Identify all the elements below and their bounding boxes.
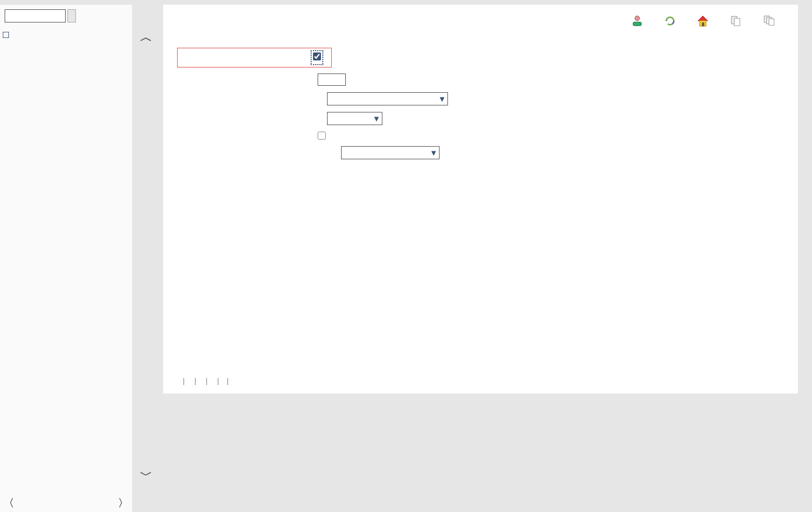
- row-01-ars-service: [177, 48, 332, 67]
- copy-button[interactable]: [722, 14, 749, 29]
- content-card: | | | | |: [163, 5, 798, 393]
- hscroll-left-icon[interactable]: 〈: [4, 498, 14, 508]
- nav-tree: [0, 27, 132, 495]
- copy-icon: [728, 14, 744, 28]
- settings-form: [177, 48, 784, 163]
- apply-icon: [629, 14, 645, 28]
- svg-rect-1: [633, 22, 641, 26]
- row-07-froute-cos: [177, 143, 784, 163]
- toolbar: [624, 14, 784, 29]
- svg-point-0: [635, 16, 640, 21]
- copy-group-icon: [761, 14, 777, 28]
- tree-scroll-up-icon[interactable]: ︿: [140, 31, 152, 43]
- refresh-icon: [662, 14, 678, 28]
- home-button[interactable]: [689, 14, 716, 29]
- row-03-incorrect-dial: [177, 89, 784, 109]
- refresh-button[interactable]: [656, 14, 684, 29]
- collapse-icon[interactable]: [3, 32, 9, 38]
- home-icon: [695, 14, 711, 28]
- status-bar: | | | | |: [177, 377, 231, 386]
- svg-rect-8: [769, 19, 774, 25]
- row-04-lcr-mode: [177, 109, 784, 128]
- svg-rect-3: [702, 22, 704, 26]
- tree-scroll-down-icon[interactable]: ﹀: [140, 469, 152, 481]
- row-06-cos-match: [177, 128, 784, 143]
- search-input[interactable]: [5, 9, 66, 22]
- search-go-button[interactable]: [67, 9, 76, 22]
- froute-cos-select[interactable]: [341, 146, 440, 159]
- row-02-interdigit-time: [177, 70, 784, 89]
- hscroll-right-icon[interactable]: 〉: [118, 498, 128, 508]
- apply-button[interactable]: [624, 14, 651, 29]
- cos-match-checkbox[interactable]: [318, 132, 326, 140]
- incorrect-dial-select[interactable]: [327, 92, 448, 105]
- ars-service-checkbox[interactable]: [313, 52, 321, 60]
- search-bar: [0, 5, 132, 27]
- svg-rect-5: [734, 18, 740, 26]
- copy-group-button[interactable]: [755, 14, 784, 29]
- horizontal-scrollbar[interactable]: 〈 〉: [0, 495, 132, 512]
- lcr-mode-select[interactable]: [327, 112, 382, 125]
- interdigit-time-input[interactable]: [318, 74, 346, 86]
- tree-item-26xx[interactable]: [3, 29, 131, 41]
